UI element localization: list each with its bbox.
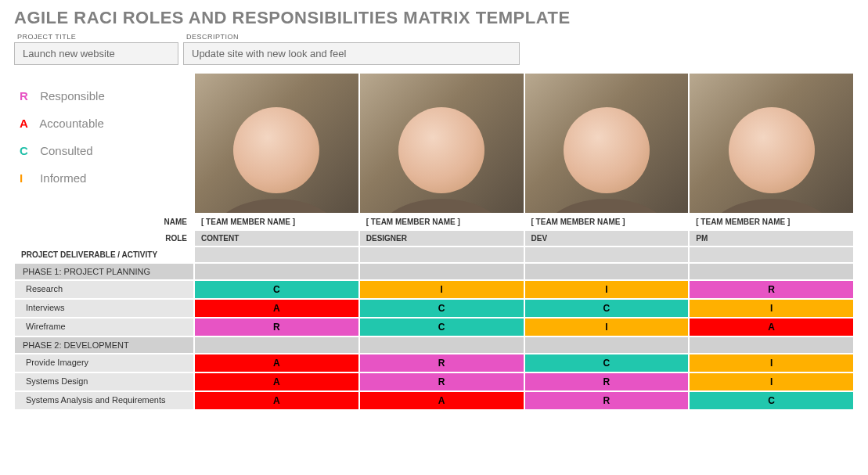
- phase-label-1: PHASE 2: DEVELOPMENT: [14, 336, 194, 354]
- raci-cell-1-2-0[interactable]: A: [194, 391, 359, 410]
- phase-blank-1-2: [524, 336, 690, 354]
- activity-1-2: Systems Analysis and Requirements: [14, 391, 194, 410]
- pda-blank-0: [194, 246, 359, 263]
- activity-1-1: Systems Design: [14, 372, 194, 391]
- raci-cell-0-1-0[interactable]: A: [194, 299, 359, 318]
- member-photo-2: [524, 73, 690, 214]
- member-role-0[interactable]: CONTENT: [194, 230, 359, 246]
- member-name-2[interactable]: [ TEAM MEMBER NAME ]: [524, 214, 690, 230]
- raci-cell-1-1-1[interactable]: R: [359, 372, 524, 391]
- raci-cell-0-2-2[interactable]: I: [524, 318, 690, 336]
- legend-letter-I: I: [20, 171, 37, 185]
- raci-cell-0-0-0[interactable]: C: [194, 280, 359, 299]
- legend-word-I: Informed: [37, 171, 86, 185]
- member-name-0[interactable]: [ TEAM MEMBER NAME ]: [194, 214, 359, 230]
- legend-item-R: R Responsible: [20, 89, 185, 103]
- phase-blank-1-0: [194, 336, 359, 354]
- phase-blank-0-2: [524, 263, 690, 280]
- raci-cell-1-2-1[interactable]: A: [359, 391, 524, 410]
- activity-0-2: Wireframe: [14, 318, 194, 336]
- raci-cell-1-1-0[interactable]: A: [194, 372, 359, 391]
- activity-0-0: Research: [14, 280, 194, 299]
- member-name-1[interactable]: [ TEAM MEMBER NAME ]: [359, 214, 524, 230]
- project-title-input[interactable]: Launch new website: [14, 42, 178, 65]
- member-role-3[interactable]: PM: [689, 230, 854, 246]
- page-title: AGILE RACI ROLES AND RESPONSIBILITIES MA…: [14, 8, 854, 28]
- legend-word-A: Accountable: [37, 117, 104, 130]
- raci-cell-0-1-2[interactable]: C: [524, 299, 690, 318]
- phase-label-0: PHASE 1: PROJECT PLANNING: [14, 263, 194, 280]
- raci-cell-1-0-3[interactable]: I: [689, 354, 854, 372]
- member-photo-1: [359, 73, 524, 214]
- raci-grid: R ResponsibleA AccountableC ConsultedI I…: [14, 73, 854, 410]
- legend-item-I: I Informed: [20, 171, 185, 185]
- activity-1-0: Provide Imagery: [14, 354, 194, 372]
- pda-blank-2: [524, 246, 690, 263]
- legend-letter-R: R: [20, 89, 37, 103]
- pda-blank-1: [359, 246, 524, 263]
- raci-cell-1-0-2[interactable]: C: [524, 354, 690, 372]
- member-role-1[interactable]: DESIGNER: [359, 230, 524, 246]
- legend-letter-C: C: [20, 144, 37, 157]
- phase-blank-0-0: [194, 263, 359, 280]
- raci-cell-1-2-2[interactable]: R: [524, 391, 690, 410]
- legend-word-C: Consulted: [37, 144, 93, 157]
- raci-cell-0-2-0[interactable]: R: [194, 318, 359, 336]
- raci-cell-1-1-3[interactable]: I: [689, 372, 854, 391]
- raci-cell-1-2-3[interactable]: C: [689, 391, 854, 410]
- pda-header: PROJECT DELIVERABLE / ACTIVITY: [14, 246, 194, 263]
- member-photo-0: [194, 73, 359, 214]
- phase-blank-1-1: [359, 336, 524, 354]
- raci-cell-1-1-2[interactable]: R: [524, 372, 690, 391]
- legend-word-R: Responsible: [37, 89, 105, 103]
- name-header: NAME: [14, 214, 194, 230]
- raci-cell-0-0-2[interactable]: I: [524, 280, 690, 299]
- raci-legend: R ResponsibleA AccountableC ConsultedI I…: [14, 73, 194, 214]
- role-header: ROLE: [14, 230, 194, 246]
- description-input[interactable]: Update site with new look and feel: [183, 42, 520, 65]
- raci-cell-1-0-0[interactable]: A: [194, 354, 359, 372]
- activity-0-1: Interviews: [14, 299, 194, 318]
- phase-blank-0-1: [359, 263, 524, 280]
- meta-row: PROJECT TITLE Launch new website DESCRIP…: [14, 33, 854, 65]
- raci-cell-0-1-1[interactable]: C: [359, 299, 524, 318]
- legend-letter-A: A: [20, 117, 37, 130]
- pda-blank-3: [689, 246, 854, 263]
- raci-cell-1-0-1[interactable]: R: [359, 354, 524, 372]
- raci-cell-0-0-3[interactable]: R: [689, 280, 854, 299]
- legend-item-C: C Consulted: [20, 144, 185, 157]
- phase-blank-1-3: [689, 336, 854, 354]
- raci-cell-0-2-3[interactable]: A: [689, 318, 854, 336]
- member-role-2[interactable]: DEV: [524, 230, 690, 246]
- description-label: DESCRIPTION: [183, 33, 520, 41]
- legend-item-A: A Accountable: [20, 117, 185, 130]
- raci-cell-0-0-1[interactable]: I: [359, 280, 524, 299]
- raci-cell-0-1-3[interactable]: I: [689, 299, 854, 318]
- project-title-label: PROJECT TITLE: [14, 33, 178, 41]
- raci-cell-0-2-1[interactable]: C: [359, 318, 524, 336]
- member-photo-3: [689, 73, 854, 214]
- phase-blank-0-3: [689, 263, 854, 280]
- member-name-3[interactable]: [ TEAM MEMBER NAME ]: [689, 214, 854, 230]
